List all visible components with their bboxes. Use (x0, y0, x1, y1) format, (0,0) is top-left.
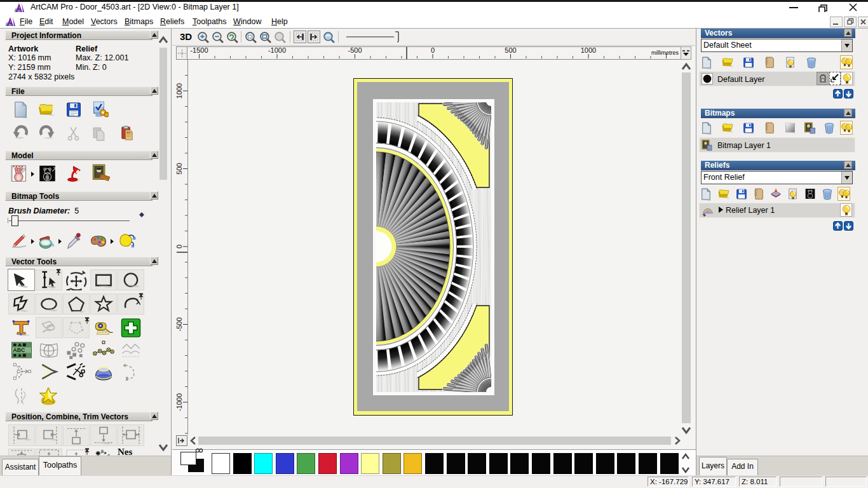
svg-text:ART: ART (127, 132, 132, 134)
svg-text:1000: 1000 (176, 83, 183, 98)
svg-text:1000: 1000 (581, 46, 596, 54)
svg-text:500: 500 (176, 163, 183, 174)
svg-text:0: 0 (176, 245, 183, 248)
svg-text:-1500: -1500 (190, 46, 208, 54)
svg-text:-1000: -1000 (176, 393, 183, 411)
svg-text:-500: -500 (348, 46, 362, 54)
svg-text:ABC: ABC (13, 347, 25, 353)
svg-text:-500: -500 (176, 317, 183, 331)
svg-text:0: 0 (431, 46, 435, 54)
svg-text:500: 500 (505, 46, 516, 54)
svg-text:-1000: -1000 (268, 46, 286, 54)
